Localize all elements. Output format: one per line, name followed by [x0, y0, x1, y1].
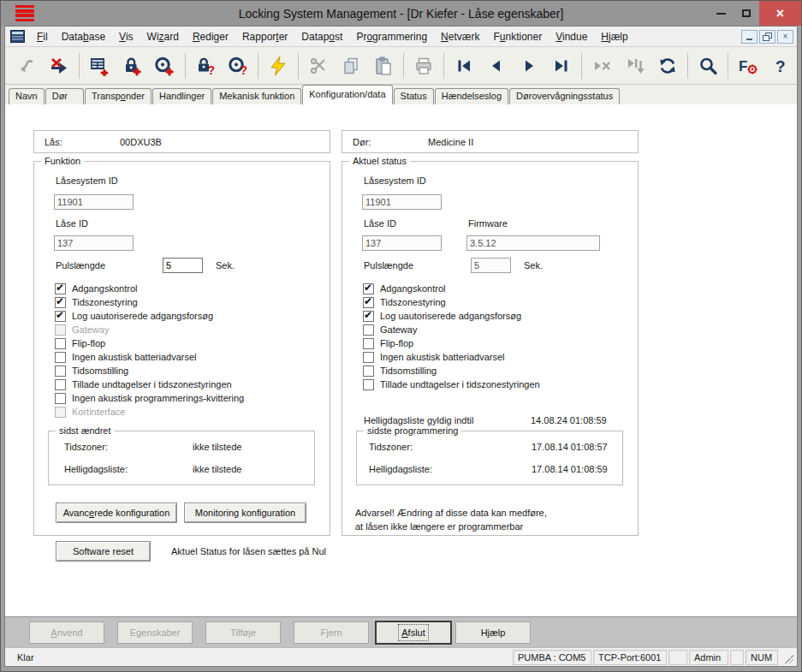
- menu-item-netvaerk[interactable]: Netværk: [434, 28, 486, 45]
- advanced-configuration-button[interactable]: Avancerede konfiguration: [56, 503, 177, 523]
- status-checkbox-gateway[interactable]: Gateway: [363, 323, 417, 336]
- next-record-icon[interactable]: [513, 50, 545, 82]
- menu-item-vindue[interactable]: Vindue: [549, 28, 594, 45]
- status-num-lock: NUM: [746, 650, 778, 665]
- tab-transponder[interactable]: Transponder: [85, 88, 151, 104]
- menu-item-vis[interactable]: Vis: [112, 28, 140, 45]
- firmware-field: 3.5.12: [466, 235, 600, 251]
- status-empty-1: [668, 650, 687, 665]
- last-changed-legend: sidst ændret: [56, 425, 115, 436]
- status-checkbox-adgangskontrol[interactable]: Adgangskontrol: [363, 282, 445, 295]
- aktuel-status-legend: Aktuel status: [349, 156, 410, 166]
- program-flash-icon[interactable]: [262, 50, 294, 82]
- menu-item-rapporter[interactable]: Rapporter: [235, 28, 294, 45]
- pulse-length-input[interactable]: [163, 258, 203, 273]
- menu-item-wizard[interactable]: Wizard: [140, 28, 186, 45]
- anvend-button[interactable]: Anvend: [29, 621, 104, 644]
- pulse-unit-label: Sek.: [524, 260, 543, 271]
- tab-dor[interactable]: Dør: [45, 88, 84, 104]
- checkbox-kortinterface[interactable]: Kortinterface: [55, 405, 125, 419]
- checkbox-icon: [55, 283, 66, 294]
- mdi-restore-button[interactable]: [759, 30, 775, 44]
- menu-item-programmering[interactable]: Programmering: [349, 28, 434, 45]
- tab-konfiguration-data[interactable]: Konfiguration/data: [302, 85, 392, 104]
- functions-gear-icon[interactable]: F: [732, 50, 764, 82]
- status-checkbox-ingen-batteriadvarsel[interactable]: Ingen akustisk batteriadvarsel: [363, 350, 505, 364]
- delete-arrow-icon[interactable]: [43, 50, 75, 82]
- checkbox-ingen-programmerings-kvittering[interactable]: Ingen akustisk programmerings-kvittering: [55, 391, 244, 405]
- status-ready-text: Klar: [5, 652, 513, 663]
- window-maximize-button[interactable]: [734, 1, 759, 26]
- checkbox-tillade-undtagelser[interactable]: Tillade undtagelser i tidszonestyringen: [55, 378, 232, 391]
- tab-navn[interactable]: Navn: [9, 88, 45, 104]
- mdi-close-button[interactable]: ×: [777, 30, 793, 44]
- menu-item-fil[interactable]: Fil: [30, 28, 55, 45]
- tab-status[interactable]: Status: [394, 88, 434, 104]
- menu-item-rediger[interactable]: Rediger: [186, 28, 235, 45]
- tab-mekanisk-funktion[interactable]: Mekanisk funktion: [212, 88, 301, 104]
- checkbox-gateway[interactable]: Gateway: [55, 323, 109, 336]
- window-title: Locking System Management - [Dr Kiefer -…: [104, 7, 698, 21]
- monitoring-configuration-button[interactable]: Monitoring konfiguration: [184, 503, 306, 523]
- menu-item-database[interactable]: Database: [55, 28, 112, 45]
- status-com-port: PUMBA : COM5: [513, 650, 591, 665]
- checkbox-icon: [55, 379, 66, 390]
- afslut-button[interactable]: Afslut: [376, 621, 451, 644]
- checkbox-adgangskontrol[interactable]: Adgangskontrol: [55, 282, 137, 295]
- search-icon[interactable]: [692, 50, 724, 82]
- checkbox-tidszonestyring[interactable]: Tidszonestyring: [55, 295, 138, 309]
- menu-item-hjaelp[interactable]: Hjælp: [594, 28, 634, 45]
- jump-icon[interactable]: [10, 50, 43, 82]
- window-close-button[interactable]: ×: [759, 1, 801, 26]
- checkbox-tidsomstilling[interactable]: Tidsomstilling: [55, 364, 128, 378]
- tab-dorovervagningsstatus[interactable]: Dørovervågningsstatus: [509, 88, 620, 104]
- menu-item-datapost[interactable]: Datapost: [294, 28, 349, 45]
- tab-haendelseslog[interactable]: Hændelseslog: [435, 88, 508, 104]
- goto-end-icon[interactable]: [619, 50, 651, 82]
- first-record-icon[interactable]: [448, 50, 480, 82]
- resize-grip[interactable]: [780, 650, 795, 665]
- title-bar: Locking System Management - [Dr Kiefer -…: [1, 1, 801, 26]
- prev-record-icon[interactable]: [480, 50, 513, 82]
- refresh-icon[interactable]: [651, 50, 684, 82]
- checkbox-log-uautoriserede[interactable]: Log uautoriserede adgangsforsøg: [55, 309, 213, 323]
- add-transponder-icon[interactable]: [148, 50, 181, 82]
- tilfoje-button[interactable]: Tilføje: [205, 621, 281, 644]
- add-lock-icon[interactable]: [116, 50, 148, 82]
- mdi-minimize-button[interactable]: [741, 30, 757, 44]
- help-icon[interactable]: ?: [764, 50, 797, 82]
- pulse-length-label: Pulslængde: [56, 260, 105, 271]
- paste-icon[interactable]: [367, 50, 400, 82]
- status-checkbox-tidsomstilling[interactable]: Tidsomstilling: [363, 364, 437, 378]
- menu-item-funktioner[interactable]: Funktioner: [486, 28, 549, 45]
- fjern-button[interactable]: Fjern: [294, 621, 369, 644]
- lock-id-label: Låse ID: [56, 218, 88, 229]
- lock-value: 00DXU3B: [120, 137, 162, 147]
- window-minimize-button[interactable]: [708, 1, 734, 26]
- locking-system-id-label: Låsesystem ID: [56, 175, 118, 186]
- close-icon: ×: [776, 6, 784, 21]
- add-table-icon[interactable]: [83, 50, 116, 82]
- status-checkbox-flip-flop[interactable]: Flip-flop: [363, 336, 413, 350]
- software-reset-button[interactable]: Software reset: [56, 541, 151, 562]
- print-icon[interactable]: [407, 50, 440, 82]
- holiday-list-label: Helligdagsliste:: [64, 464, 128, 474]
- status-checkbox-log-uautoriserede[interactable]: Log uautoriserede adgangsforsøg: [363, 309, 521, 323]
- last-record-icon[interactable]: [545, 50, 578, 82]
- pulse-unit-label: Sek.: [216, 260, 235, 271]
- query-transponder-icon[interactable]: ?: [222, 50, 254, 82]
- tab-handlinger[interactable]: Handlinger: [152, 88, 211, 104]
- cancel-record-icon[interactable]: [585, 50, 618, 82]
- funktion-group-legend: Funktion: [41, 156, 84, 166]
- checkbox-ingen-batteriadvarsel[interactable]: Ingen akustisk batteriadvarsel: [55, 350, 197, 364]
- status-checkbox-tillade-undtagelser[interactable]: Tillade undtagelser i tidszonestyringen: [363, 378, 540, 391]
- checkbox-flip-flop[interactable]: Flip-flop: [55, 336, 105, 350]
- hjaelp-button[interactable]: Hjælp: [455, 621, 531, 644]
- query-lock-icon[interactable]: ?: [188, 50, 221, 82]
- status-checkbox-tidszonestyring[interactable]: Tidszonestyring: [363, 295, 446, 309]
- egenskaber-button[interactable]: Egenskaber: [117, 621, 193, 644]
- menu-bar: Fil Database Vis Wizard Rediger Rapporte…: [5, 27, 797, 47]
- copy-icon[interactable]: [335, 50, 367, 82]
- svg-text:?: ?: [775, 57, 786, 75]
- cut-icon[interactable]: [302, 50, 335, 82]
